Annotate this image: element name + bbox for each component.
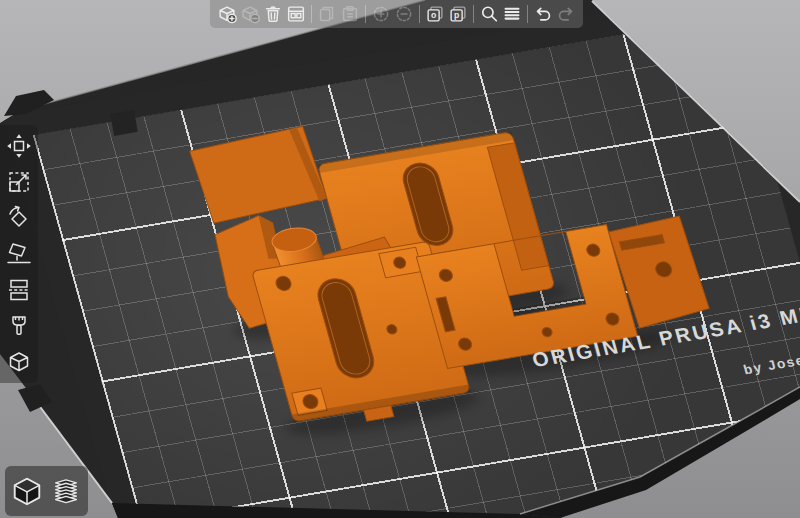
cube-outline-icon bbox=[4, 347, 34, 377]
undo-arrow-icon bbox=[532, 3, 554, 25]
cube-plus-icon bbox=[216, 3, 238, 25]
copy-icon bbox=[316, 3, 338, 25]
split-to-parts-button[interactable]: p bbox=[447, 2, 469, 26]
arrange-button[interactable] bbox=[285, 2, 307, 26]
trash-icon bbox=[262, 3, 284, 25]
paste-button[interactable] bbox=[339, 2, 361, 26]
split-parts-icon: p bbox=[447, 3, 469, 25]
part-thin-back-plate[interactable] bbox=[188, 126, 328, 224]
layers-icon bbox=[501, 3, 523, 25]
rotate-gizmo-button[interactable] bbox=[4, 203, 34, 233]
3d-editor-view-button[interactable] bbox=[10, 474, 44, 508]
move-gizmo-button[interactable] bbox=[4, 131, 34, 161]
place-on-face-gizmo-button[interactable] bbox=[4, 239, 34, 269]
rotate-gizmo-icon bbox=[4, 203, 34, 233]
variable-layer-height-button[interactable] bbox=[501, 2, 523, 26]
sliced-preview-button[interactable] bbox=[49, 474, 83, 508]
dashed-circle-plus-icon bbox=[370, 3, 392, 25]
copy-button[interactable] bbox=[316, 2, 338, 26]
move-gizmo-icon bbox=[4, 131, 34, 161]
dashed-circle-minus-icon bbox=[393, 3, 415, 25]
toolbar-separator bbox=[419, 5, 420, 23]
svg-text:o: o bbox=[431, 10, 436, 20]
scale-gizmo-icon bbox=[4, 167, 34, 197]
toolbar-separator bbox=[365, 5, 366, 23]
delete-object-button[interactable] bbox=[239, 2, 261, 26]
split-objects-icon: o bbox=[424, 3, 446, 25]
paint-supports-gizmo-button[interactable] bbox=[4, 311, 34, 341]
toolbar-separator bbox=[311, 5, 312, 23]
cut-gizmo-icon bbox=[4, 275, 34, 305]
redo-arrow-icon bbox=[555, 3, 577, 25]
magnifier-icon bbox=[478, 3, 500, 25]
layer-stack-icon bbox=[49, 474, 83, 508]
brush-icon bbox=[4, 311, 34, 341]
gizmo-toolbar bbox=[0, 125, 38, 383]
cut-gizmo-button[interactable] bbox=[4, 275, 34, 305]
delete-all-button[interactable] bbox=[262, 2, 284, 26]
add-instance-button[interactable] bbox=[370, 2, 392, 26]
seam-gizmo-button[interactable] bbox=[4, 347, 34, 377]
flatten-gizmo-icon bbox=[4, 239, 34, 269]
paste-icon bbox=[339, 3, 361, 25]
arrange-icon bbox=[285, 3, 307, 25]
solid-cube-icon bbox=[10, 474, 44, 508]
undo-button[interactable] bbox=[532, 2, 554, 26]
redo-button[interactable] bbox=[555, 2, 577, 26]
printed-parts[interactable] bbox=[33, 16, 800, 518]
viewport: ORIGINAL PRUSA i3 MK by Josef bbox=[0, 0, 800, 518]
toolbar-separator bbox=[473, 5, 474, 23]
search-button[interactable] bbox=[478, 2, 500, 26]
view-mode-toolbar bbox=[5, 466, 88, 516]
svg-text:p: p bbox=[454, 10, 459, 20]
add-object-button[interactable] bbox=[216, 2, 238, 26]
top-toolbar: o p bbox=[210, 0, 583, 28]
toolbar-separator bbox=[527, 5, 528, 23]
remove-instance-button[interactable] bbox=[393, 2, 415, 26]
split-to-objects-button[interactable]: o bbox=[424, 2, 446, 26]
cube-minus-icon bbox=[239, 3, 261, 25]
scale-gizmo-button[interactable] bbox=[4, 167, 34, 197]
